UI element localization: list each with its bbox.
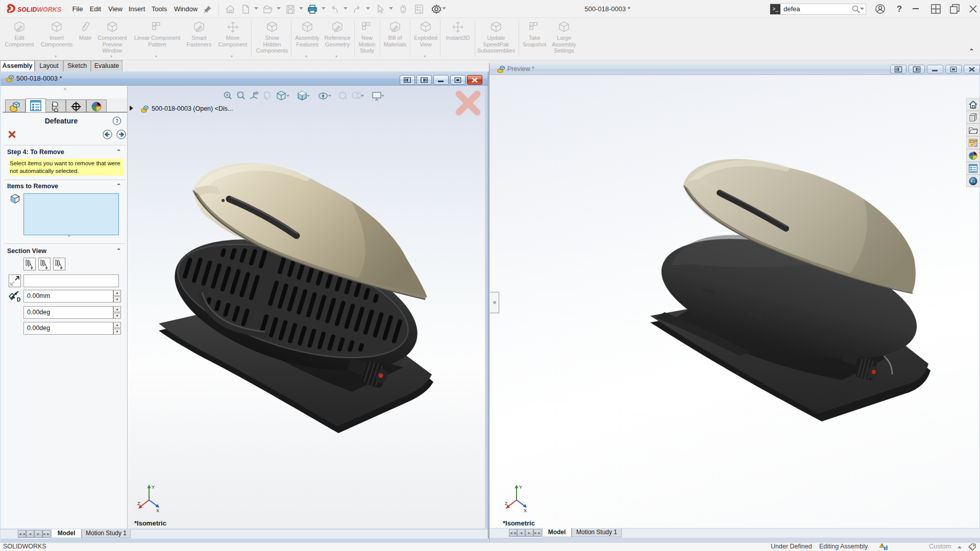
svg-text:Z: Z <box>505 501 508 506</box>
svg-text:Y: Y <box>519 485 522 490</box>
svg-text:X: X <box>524 508 527 513</box>
svg-text:!: ! <box>881 544 883 547</box>
svg-text:?: ? <box>115 118 119 124</box>
svg-text:X: X <box>156 508 159 513</box>
svg-text:Y: Y <box>152 485 155 490</box>
svg-text:Z: Z <box>137 501 140 506</box>
svg-text:D: D <box>17 297 20 303</box>
